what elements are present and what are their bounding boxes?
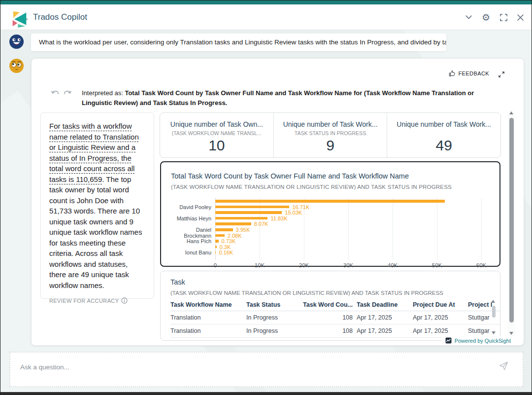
- chart-bar[interactable]: [215, 222, 251, 225]
- kpi-task-workflows-inprogress[interactable]: Unique number of Task Work... TASK STATU…: [273, 113, 387, 157]
- x-axis-tick-label: 0: [214, 262, 217, 268]
- scroll-down-icon[interactable]: [492, 331, 496, 334]
- y-axis-category-label: Ionut Banu: [171, 250, 211, 255]
- table-cell: Apr 17, 2025: [413, 314, 466, 321]
- kpi-subtitle: TASK STATUS IN PROGRESS: [274, 130, 387, 137]
- scroll-up-icon[interactable]: [491, 300, 495, 303]
- feedback-label: FEEDBACK: [459, 71, 490, 76]
- bar-data-label: 0.16K: [219, 250, 233, 255]
- expand-icon[interactable]: [498, 71, 505, 80]
- bar-data-label: 11.83K: [270, 215, 287, 221]
- response-scrollbar[interactable]: [508, 110, 515, 337]
- interpreted-as-text: Interpreted as: Total Task Word Count by…: [82, 88, 504, 108]
- bar-data-label: 15.03K: [285, 210, 302, 215]
- user-avatar: [9, 34, 24, 49]
- bar-data-label: 2.08K: [228, 233, 242, 239]
- chart-gridline: [437, 198, 437, 260]
- kpi-title: Unique number of Task Work...: [387, 120, 500, 128]
- x-axis-tick-label: 60K: [476, 262, 486, 268]
- user-question-bubble: What is the workload per user, consideri…: [31, 34, 446, 51]
- table-header-cell: Task Word Cou...: [299, 301, 355, 308]
- scroll-up-icon[interactable]: [509, 111, 513, 114]
- table-cell: In Progress: [246, 327, 298, 334]
- table-title: Task: [170, 278, 500, 286]
- y-axis-category-label: David Pooley: [171, 204, 211, 210]
- close-icon[interactable]: [517, 14, 524, 21]
- assistant-response-card: FEEDBACK Interpreted as: Total Task Word…: [31, 58, 524, 346]
- thumbs-up-icon: [449, 70, 456, 77]
- table-cell: Apr 17, 2025: [413, 327, 466, 334]
- table-cell: Apr 17, 2025: [357, 327, 411, 334]
- send-paper-plane-icon[interactable]: [498, 360, 509, 373]
- ask-question-box: [9, 352, 524, 387]
- kpi-value: 9: [274, 137, 387, 154]
- bar-chart-plot: 010K20K30K40K50K60KDavid Pooley16.71K15.…: [171, 198, 490, 272]
- bar-data-label: 3.95K: [236, 227, 250, 233]
- summary-underlined-text[interactable]: For tasks with a workflow name related t…: [49, 122, 139, 183]
- table-row: TranslationIn Progress108Apr 17, 2025Apr…: [170, 311, 500, 324]
- table-cell: 108: [299, 314, 355, 321]
- kpi-task-owners[interactable]: Unique number of Task Own... (TASK WORKF…: [160, 113, 273, 157]
- summary-text: For tasks with a workflow name related t…: [49, 121, 145, 290]
- table-cell: Translation: [170, 327, 244, 334]
- chart-bar[interactable]: [215, 206, 289, 209]
- chevron-down-icon[interactable]: [466, 15, 472, 19]
- chart-subtitle: (TASK WORKFLOW NAME TRANSLATION OR LINGU…: [171, 184, 489, 190]
- gear-icon[interactable]: ⚙: [482, 13, 490, 22]
- fullscreen-icon[interactable]: [500, 14, 507, 21]
- table-visual[interactable]: Task (TASK WORKFLOW NAME TRANSLATION OR …: [160, 271, 500, 341]
- app-window: Trados Copilot ⚙ What is the workload pe…: [0, 0, 532, 395]
- chart-title: Total Task Word Count by Task Owner Full…: [171, 172, 489, 180]
- kpi-subtitle: (TASK WORKFLOW NAME TRANSL...: [160, 130, 273, 137]
- table-scrollbar[interactable]: [491, 300, 496, 334]
- window-bottom-edge: [0, 392, 532, 395]
- bar-data-label: 16.71K: [292, 204, 309, 210]
- table-subtitle: (TASK WORKFLOW NAME TRANSLATION OR LINGU…: [170, 290, 500, 296]
- summary-panel: For tasks with a workflow name related t…: [40, 112, 154, 299]
- x-axis-tick-label: 10K: [255, 262, 265, 268]
- bar-data-label: 0.3K: [220, 244, 231, 250]
- feedback-button[interactable]: FEEDBACK: [449, 70, 490, 77]
- chart-bar[interactable]: [215, 228, 233, 231]
- kpi-subtitle: [387, 130, 500, 137]
- table-body: Task Workflow NameTask StatusTask Word C…: [170, 298, 500, 338]
- info-icon[interactable]: [121, 297, 128, 304]
- redo-icon[interactable]: [63, 90, 71, 99]
- table-header-cell: Project Due At: [413, 301, 466, 308]
- table-header-cell: Task Status: [246, 301, 298, 308]
- chart-bar[interactable]: [215, 234, 225, 237]
- question-input[interactable]: [16, 358, 489, 382]
- table-header-cell: Task Workflow Name: [170, 301, 244, 308]
- chart-bar[interactable]: [215, 251, 216, 254]
- scrollbar-thumb[interactable]: [509, 118, 514, 323]
- powered-by-quicksight: Powered by QuickSight: [441, 336, 512, 345]
- y-axis-category-label: Matthias Heyn: [171, 215, 211, 221]
- scrollbar-thumb[interactable]: [492, 306, 496, 318]
- table-row: TranslationIn Progress108Apr 17, 2025Apr…: [170, 324, 500, 338]
- chart-bar[interactable]: [215, 211, 282, 214]
- quicksight-icon: [445, 337, 452, 344]
- powered-by-label: Powered by QuickSight: [455, 338, 511, 344]
- x-axis-tick-label: 30K: [343, 262, 353, 268]
- chart-bar[interactable]: [215, 246, 217, 249]
- table-cell: Apr 17, 2025: [357, 314, 411, 321]
- chart-gridline: [393, 198, 393, 260]
- y-axis-category-label: Daniel Brockmann: [171, 227, 211, 239]
- chart-bar[interactable]: [215, 217, 267, 220]
- kpi-title: Unique number of Task Own...: [160, 120, 273, 128]
- kpi-title: Unique number of Task Work...: [274, 120, 387, 128]
- kpi-strip: Unique number of Task Own... (TASK WORKF…: [160, 112, 501, 158]
- scroll-down-icon[interactable]: [509, 332, 513, 335]
- summary-rest-text: . The top task owner by total word count…: [49, 175, 142, 289]
- x-axis-tick-label: 20K: [299, 262, 309, 268]
- interpreted-as-bold: Total Task Word Count by Task Owner Full…: [82, 89, 474, 107]
- trados-logo-icon: [10, 11, 28, 28]
- table-cell: Translation: [170, 314, 244, 321]
- kpi-value: 49: [387, 137, 500, 154]
- bar-chart-visual[interactable]: Total Task Word Count by Task Owner Full…: [160, 161, 500, 267]
- chart-bar[interactable]: [215, 200, 445, 203]
- kpi-task-workflows-total[interactable]: Unique number of Task Work... 49: [387, 113, 500, 157]
- bar-data-label: 0.73K: [222, 238, 236, 244]
- undo-icon[interactable]: [51, 90, 60, 99]
- chart-bar[interactable]: [215, 240, 219, 243]
